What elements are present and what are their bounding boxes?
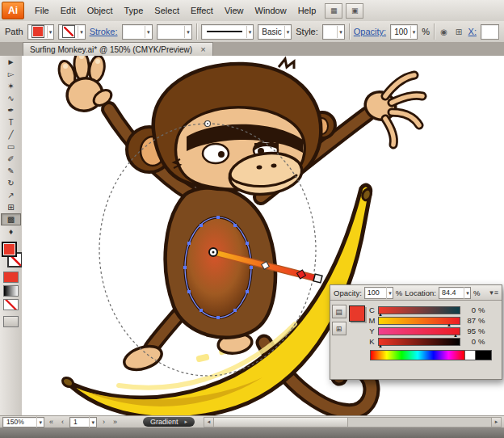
screen-mode-button[interactable] <box>3 316 19 327</box>
stroke-none-swatch[interactable] <box>62 25 75 38</box>
fill-color-combo[interactable]: ▾ <box>27 24 55 40</box>
popup-location-combo[interactable]: 84.4 ▾ <box>439 287 471 299</box>
popup-opacity-combo[interactable]: 100 ▾ <box>364 287 393 299</box>
next-artboard-button[interactable]: › <box>99 418 108 426</box>
panel-menu-icon[interactable]: ▾≡ <box>489 288 498 297</box>
chevron-down-icon: ▾ <box>464 287 469 299</box>
workspace-switcher-icon[interactable]: ▣ <box>346 3 363 19</box>
artboard-number-combo[interactable]: 1 ▾ <box>69 417 97 427</box>
close-icon[interactable]: × <box>200 45 205 53</box>
brush-definition-combo[interactable]: ▾ <box>201 24 254 40</box>
menu-object[interactable]: Object <box>82 2 119 19</box>
type-tool[interactable]: T <box>1 116 21 128</box>
line-segment-tool[interactable]: ╱ <box>1 128 21 141</box>
illustrator-window: Ai File Edit Object Type Select Effect V… <box>0 0 504 438</box>
magenta-value[interactable]: 87 <box>463 316 476 325</box>
slider-marker-icon[interactable]: ▲ <box>378 343 383 348</box>
brush-stroke-preview-icon <box>207 31 242 32</box>
menu-edit[interactable]: Edit <box>55 2 82 19</box>
previous-artboard-button[interactable]: ‹ <box>58 418 67 426</box>
color-spectrum-bar[interactable] <box>370 350 464 360</box>
gradient-tool[interactable]: ▩ <box>1 213 21 225</box>
swatches-panel-icon[interactable]: ⊞ <box>332 322 346 335</box>
rotate-tool[interactable]: ↻ <box>1 177 21 189</box>
artboard-value: 1 <box>74 418 78 426</box>
color-mode-button[interactable] <box>3 272 19 283</box>
popup-opacity-value: 100 <box>368 288 380 297</box>
scrollbar-thumb[interactable] <box>214 418 348 427</box>
current-color-swatch[interactable] <box>349 305 365 322</box>
black-swatch[interactable] <box>475 350 492 360</box>
percent-label: % <box>473 288 480 297</box>
chevron-down-icon: ▾ <box>337 26 342 38</box>
brush-name-combo[interactable]: Basic ▾ <box>258 24 292 40</box>
menu-effect[interactable]: Effect <box>185 2 219 19</box>
last-artboard-button[interactable]: » <box>111 418 120 426</box>
lasso-tool[interactable]: ∿ <box>1 92 21 104</box>
gradient-stop-popup: Opacity: 100 ▾ % Location: 84.4 ▾ % ▾≡ <box>330 284 502 380</box>
magenta-slider[interactable]: ▲ <box>378 317 460 325</box>
fill-indicator-swatch[interactable] <box>2 242 17 257</box>
magenta-slider-row: M ▲ 87 % <box>368 315 497 326</box>
mesh-tool[interactable]: ⊞ <box>1 201 21 213</box>
menu-type[interactable]: Type <box>119 2 149 19</box>
canvas[interactable]: Opacity: 100 ▾ % Location: 84.4 ▾ % ▾≡ <box>22 56 504 416</box>
cyan-value[interactable]: 0 <box>463 305 476 314</box>
x-value-field[interactable] <box>481 24 499 40</box>
scrollbar-track[interactable] <box>348 418 491 427</box>
zoom-value: 150% <box>6 418 24 426</box>
recolor-artwork-icon[interactable]: ◉ <box>439 24 449 39</box>
magic-wand-tool[interactable]: ✶ <box>1 80 21 92</box>
first-artboard-button[interactable]: « <box>47 418 56 426</box>
eyedropper-tool[interactable]: ♦ <box>1 225 21 238</box>
scale-tool[interactable]: ↗ <box>1 189 21 201</box>
fill-swatch[interactable] <box>32 25 44 38</box>
align-options-icon[interactable]: ⊞ <box>453 24 464 39</box>
status-indicator[interactable]: Gradient ▸ <box>143 417 195 427</box>
document-tab[interactable]: Surfing Monkey.ai* @ 150% (CMYK/Preview)… <box>23 42 213 56</box>
opacity-panel-link[interactable]: Opacity: <box>354 27 386 36</box>
paintbrush-tool[interactable]: ✐ <box>1 153 21 165</box>
percent-label: % <box>478 316 485 325</box>
menu-select[interactable]: Select <box>149 2 185 19</box>
yellow-value[interactable]: 95 <box>463 326 476 335</box>
chevron-down-icon: ▾ <box>47 26 52 38</box>
scroll-left-icon[interactable]: ◂ <box>204 418 214 427</box>
stroke-weight-combo[interactable]: ▾ <box>122 24 153 40</box>
menu-file[interactable]: File <box>29 2 55 19</box>
stroke-color-combo[interactable]: ▾ <box>58 24 86 40</box>
document-title: Surfing Monkey.ai* @ 150% (CMYK/Preview) <box>30 45 192 54</box>
gradient-end-handle[interactable] <box>313 274 322 283</box>
horizontal-scrollbar[interactable]: ◂ ▸ <box>204 417 502 427</box>
black-label: K <box>368 337 376 346</box>
pencil-tool[interactable]: ✎ <box>1 165 21 177</box>
cyan-slider[interactable]: ▲ <box>378 306 460 314</box>
black-slider[interactable]: ▲ <box>378 338 460 346</box>
black-value[interactable]: 0 <box>463 337 476 346</box>
menu-bar: Ai File Edit Object Type Select Effect V… <box>0 0 504 22</box>
rectangle-tool[interactable]: ▭ <box>1 141 21 153</box>
pen-tool[interactable]: ✒ <box>1 104 21 116</box>
yellow-slider-row: Y ▲ 95 % <box>368 326 497 336</box>
divider <box>196 23 197 40</box>
eyedropper-tool-icon: ♦ <box>9 227 13 236</box>
color-panel-icon[interactable]: ▤ <box>332 305 346 318</box>
menu-window[interactable]: Window <box>250 2 292 19</box>
scroll-right-icon[interactable]: ▸ <box>491 418 501 427</box>
stroke-panel-link[interactable]: Stroke: <box>90 27 118 36</box>
white-swatch[interactable] <box>464 350 475 360</box>
brush-name: Basic <box>262 27 281 36</box>
opacity-combo[interactable]: 100 ▾ <box>390 24 418 40</box>
direct-selection-tool[interactable]: ▻ <box>1 68 21 80</box>
style-combo[interactable]: ▾ <box>322 24 345 40</box>
none-mode-button[interactable] <box>3 299 19 310</box>
zoom-level-combo[interactable]: 150% ▾ <box>2 417 44 427</box>
yellow-slider[interactable]: ▲ <box>378 327 460 335</box>
arrange-documents-icon[interactable]: ▦ <box>325 3 342 19</box>
width-profile-combo[interactable]: ▾ <box>157 24 192 40</box>
selection-tool[interactable]: ► <box>1 56 21 68</box>
menu-help[interactable]: Help <box>292 2 322 19</box>
menu-view[interactable]: View <box>219 2 250 19</box>
transform-x-label[interactable]: X: <box>468 27 477 36</box>
gradient-mode-button[interactable] <box>3 285 19 297</box>
